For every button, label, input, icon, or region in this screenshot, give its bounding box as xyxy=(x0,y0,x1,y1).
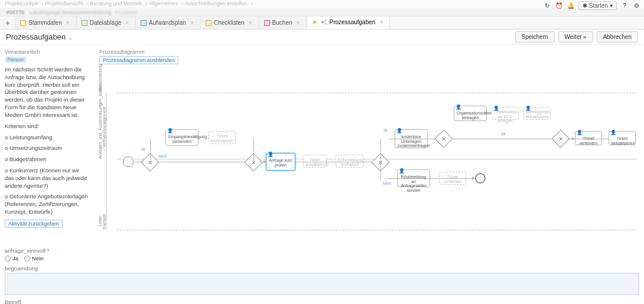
record-suffix: Prozesse xyxy=(115,9,138,15)
close-icon[interactable]: × xyxy=(378,19,385,25)
process-icon xyxy=(321,19,327,25)
user-icon: 👤 xyxy=(456,105,461,110)
bpmn-canvas[interactable]: Vertriebsleitung Anfragen_und_Ausschreib… xyxy=(99,64,639,241)
gear-icon[interactable]: ⚙ xyxy=(632,2,640,10)
responsible-person[interactable]: Person xyxy=(5,57,27,63)
sidebar: Verantwortlich Person Im nächsten Schrit… xyxy=(0,45,95,245)
diagram-title: Prozessdiagramm xyxy=(99,48,639,55)
betreff-label: Betreff xyxy=(5,299,639,304)
top-toolbar: ↻ ⏰ 🔔 ✱ Starten ▾ ? ⚙ xyxy=(543,1,640,10)
svg-point-0 xyxy=(321,21,323,24)
tab-aufwandsplan[interactable]: Aufwandsplan × xyxy=(136,17,201,29)
close-icon[interactable]: × xyxy=(295,19,302,26)
task-anfrage-kurz-pruefen[interactable]: 👤 Anfrage kurz prüfen xyxy=(266,153,295,171)
task-organisation-bcs[interactable]: 👤 Organisation im BCS anlegen xyxy=(492,107,519,120)
responsible-label: Verantwortlich xyxy=(5,48,90,55)
tab-buchen[interactable]: Buchen × xyxy=(259,17,307,29)
record-id: #08776 xyxy=(5,9,26,15)
task-ticket-kontrollieren[interactable]: Ticket kontrollieren xyxy=(209,131,236,144)
gateway[interactable] xyxy=(551,129,570,148)
begruendung-input[interactable] xyxy=(5,273,639,295)
task-description: Im nächsten Schritt werden die Anfrage b… xyxy=(5,66,90,119)
svg-point-1 xyxy=(324,19,326,21)
lane-label: Leiter Fachabt. xyxy=(98,212,106,230)
tab-icon xyxy=(20,20,26,26)
user-icon: 👤 xyxy=(493,106,499,112)
toggle-diagram-link[interactable]: Prozessdiagramm ausblenden xyxy=(99,56,178,64)
user-icon: 👤 xyxy=(396,129,402,134)
svg-point-2 xyxy=(324,23,326,25)
star-icon: ★ xyxy=(312,19,317,25)
user-icon: 👤 xyxy=(399,169,405,174)
tab-stammdaten[interactable]: Stammdaten × xyxy=(15,17,77,29)
edge-label: Ja xyxy=(141,147,145,151)
close-icon[interactable]: × xyxy=(64,19,71,26)
clock-icon[interactable]: ⏰ xyxy=(555,2,563,10)
user-icon: 👤 xyxy=(610,130,616,136)
task-eingangsbestaetigung[interactable]: 👤 Eingangsbestätigung versenden xyxy=(165,129,199,146)
help-icon[interactable]: ? xyxy=(620,2,629,10)
anfrage-sinnvoll-label: anfrage_sinnvoll * xyxy=(5,247,50,254)
page-header: Prozessaufgaben⌄ Speichern Weiter » Abbr… xyxy=(0,30,644,45)
tab-icon xyxy=(264,20,270,26)
starten-dropdown[interactable]: ✱ Starten ▾ xyxy=(578,1,617,10)
criteria-head: Kriterien sind: xyxy=(5,123,90,130)
tabstrip: ＋ Stammdaten × Dateiablage × Aufwandspla… xyxy=(0,17,644,30)
user-icon: 👤 xyxy=(525,106,531,112)
bell-icon[interactable]: 🔔 xyxy=(567,2,575,10)
task-ticket-aktualisieren[interactable]: Ticket aktualisieren xyxy=(303,155,327,168)
record-title: Landingpage Bewusstseinsbildung xyxy=(30,9,112,15)
form-area: anfrage_sinnvoll * Ja Nein begruendung B… xyxy=(0,245,644,304)
cancel-button[interactable]: Abbrechen xyxy=(597,31,638,43)
edge-label: Nein xyxy=(383,181,391,185)
user-icon: 👤 xyxy=(167,129,173,134)
task-organisationsdaten[interactable]: 👤 Organisationsdaten eintragen xyxy=(454,106,487,121)
diagram-panel: Prozessdiagramm Prozessdiagramm ausblend… xyxy=(95,45,644,245)
close-icon[interactable]: × xyxy=(247,19,254,26)
tab-icon xyxy=(141,20,147,26)
tab-prozessaufgaben[interactable]: ★ Prozessaufgaben × xyxy=(307,17,391,29)
tab-dateiablage[interactable]: Dateiablage × xyxy=(77,17,136,29)
end-event[interactable] xyxy=(475,173,486,184)
close-icon[interactable]: × xyxy=(188,19,196,26)
refresh-icon[interactable]: ↻ xyxy=(543,2,551,10)
radio-nein[interactable]: Nein xyxy=(24,255,44,261)
next-button[interactable]: Weiter » xyxy=(558,31,593,43)
begruendung-label: begruendung xyxy=(5,265,639,272)
tab-checklisten[interactable]: Checklisten × xyxy=(201,17,259,29)
page-title[interactable]: Prozessaufgaben⌄ xyxy=(6,32,73,41)
task-entscheidung-festhalten[interactable]: Entscheidung festhalten xyxy=(336,155,364,168)
task-ticket-verfeinern[interactable]: 👤 Ticket verfeinern xyxy=(575,131,602,145)
start-event[interactable] xyxy=(123,156,134,167)
close-icon[interactable]: × xyxy=(123,19,131,26)
task-ticket-aktualisieren-2[interactable]: 👤 Ticket aktualisieren xyxy=(609,131,636,145)
chevron-down-icon: ⌄ xyxy=(68,35,73,41)
task-auftraggeber-aktualisieren[interactable]: 👤 Auftraggeber aktualisieren xyxy=(523,107,551,120)
edge-label: Ja xyxy=(383,128,387,132)
user-icon: 👤 xyxy=(268,152,274,158)
gateway[interactable] xyxy=(434,129,453,148)
lane-label: Anfragen_und_Ausschreibungen_sichten – V… xyxy=(98,100,106,159)
activity-back-link[interactable]: Aktivität zurückgeben xyxy=(5,220,63,228)
user-icon: 👤 xyxy=(577,130,583,136)
add-tab-button[interactable]: ＋ xyxy=(0,17,15,29)
edge-label: Nein xyxy=(158,154,167,158)
tab-icon xyxy=(206,20,212,26)
save-button[interactable]: Speichern xyxy=(515,31,555,43)
edge-label: Ja xyxy=(501,132,505,136)
tab-icon xyxy=(82,20,87,26)
radio-ja[interactable]: Ja xyxy=(5,255,18,261)
